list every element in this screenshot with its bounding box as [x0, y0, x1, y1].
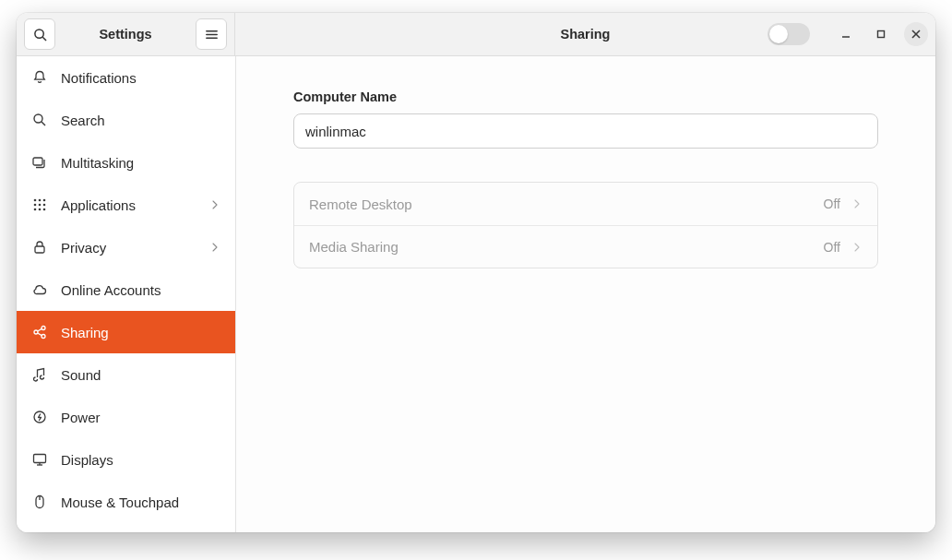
remote-desktop-row[interactable]: Remote DesktopOff: [294, 183, 877, 225]
sidebar-item-label: Mouse & Touchpad: [61, 494, 220, 510]
sidebar: NotificationsSearchMultitaskingApplicati…: [17, 56, 236, 532]
display-icon: [31, 451, 48, 468]
sidebar-item-label: Multitasking: [61, 155, 220, 171]
minimize-button[interactable]: [834, 22, 858, 46]
mouse-icon: [31, 494, 48, 510]
sidebar-item-power[interactable]: Power: [17, 396, 235, 438]
sidebar-item-multitasking[interactable]: Multitasking: [17, 141, 235, 184]
minimize-icon: [841, 30, 851, 39]
lock-icon: [31, 239, 48, 256]
maximize-icon: [876, 30, 886, 39]
media-sharing-row[interactable]: Media SharingOff: [294, 225, 877, 268]
sidebar-item-label: Power: [61, 410, 220, 425]
sidebar-item-label: Search: [61, 113, 220, 128]
page-title: Sharing: [235, 27, 935, 42]
svg-rect-6: [878, 31, 885, 38]
window-body: NotificationsSearchMultitaskingApplicati…: [17, 56, 935, 532]
close-icon: [911, 30, 921, 39]
computer-name-label: Computer Name: [293, 89, 878, 104]
sidebar-item-sound[interactable]: Sound: [17, 353, 235, 396]
sidebar-item-label: Sound: [61, 367, 220, 383]
sharing-master-switch[interactable]: [768, 23, 810, 45]
row-label: Media Sharing: [309, 239, 813, 255]
sidebar-title: Settings: [55, 27, 196, 42]
hamburger-icon: [205, 28, 219, 42]
search-icon: [31, 112, 48, 128]
switch-knob: [769, 25, 788, 43]
titlebar: Settings Sharing: [17, 13, 935, 56]
sidebar-item-privacy[interactable]: Privacy: [17, 226, 235, 268]
titlebar-right: Sharing: [235, 13, 935, 55]
chevron-right-icon: [209, 242, 220, 253]
settings-window: Settings Sharing: [17, 13, 935, 532]
sidebar-item-label: Displays: [61, 452, 220, 468]
sidebar-item-displays[interactable]: Displays: [17, 438, 235, 481]
menu-button[interactable]: [196, 18, 227, 50]
power-icon: [31, 409, 48, 425]
sidebar-item-label: Sharing: [61, 325, 220, 340]
chevron-right-icon: [209, 199, 220, 210]
row-label: Remote Desktop: [309, 197, 813, 212]
row-status: Off: [824, 240, 840, 255]
sidebar-item-label: Privacy: [61, 240, 196, 256]
svg-line-1: [42, 37, 46, 41]
svg-point-0: [34, 29, 42, 37]
sidebar-item-mouse[interactable]: Mouse & Touchpad: [17, 481, 235, 523]
share-icon: [31, 324, 48, 340]
sidebar-item-search[interactable]: Search: [17, 99, 235, 141]
sidebar-item-applications[interactable]: Applications: [17, 184, 235, 226]
close-button[interactable]: [904, 22, 928, 46]
sidebar-item-notifications[interactable]: Notifications: [17, 56, 235, 99]
chevron-right-icon: [851, 242, 863, 253]
search-button[interactable]: [24, 18, 55, 50]
sidebar-item-label: Online Accounts: [61, 282, 220, 298]
sharing-options-list: Remote DesktopOffMedia SharingOff: [293, 182, 878, 268]
bell-icon: [31, 69, 48, 86]
multitask-icon: [31, 154, 48, 171]
sidebar-item-sharing[interactable]: Sharing: [17, 311, 235, 353]
chevron-right-icon: [851, 198, 863, 209]
sidebar-item-label: Notifications: [61, 70, 220, 86]
content-pane: Computer Name Remote DesktopOffMedia Sha…: [236, 56, 935, 532]
titlebar-left: Settings: [17, 13, 235, 55]
sidebar-item-label: Applications: [61, 197, 196, 213]
sidebar-item-online-accounts[interactable]: Online Accounts: [17, 268, 235, 311]
search-icon: [33, 28, 47, 42]
cloud-icon: [31, 281, 48, 298]
row-status: Off: [824, 197, 840, 211]
grid-icon: [31, 197, 48, 213]
computer-name-input[interactable]: [293, 113, 878, 149]
music-icon: [31, 366, 48, 383]
maximize-button[interactable]: [869, 22, 893, 46]
